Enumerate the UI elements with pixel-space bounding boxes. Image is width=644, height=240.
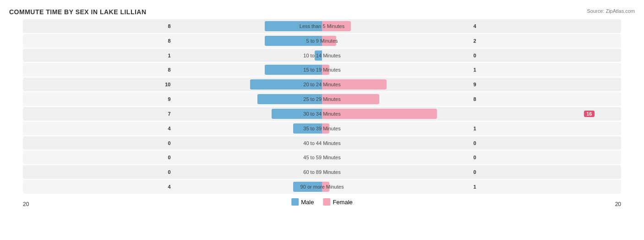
male-bar: [265, 65, 322, 75]
chart-container: COMMUTE TIME BY SEX IN LAKE LILLIAN Sour…: [0, 0, 644, 240]
right-section: 4: [322, 19, 621, 33]
axis-left: 20: [23, 201, 29, 207]
female-bar: [322, 94, 379, 104]
right-section: 2: [322, 34, 621, 48]
female-value: 1: [474, 126, 476, 131]
bar-row: 10 20 to 24 Minutes 9: [23, 78, 621, 91]
female-value: 4: [474, 23, 476, 29]
chart-area: 8 Less than 5 Minutes 4 8 5 to 9 Minutes…: [9, 19, 635, 207]
bar-row: 9 25 to 29 Minutes 8: [23, 92, 621, 106]
bar-row: 0 60 to 89 Minutes 0: [23, 165, 621, 179]
male-bar: [315, 50, 322, 61]
left-section: 10: [23, 78, 322, 91]
left-section: 0: [23, 165, 322, 179]
bar-row: 0 45 to 59 Minutes 0: [23, 151, 621, 164]
female-value: 0: [474, 155, 476, 160]
axis-right: 20: [615, 201, 621, 207]
female-value: 9: [474, 82, 476, 87]
legend-female-label: Female: [333, 199, 352, 206]
female-value: 0: [474, 140, 476, 146]
left-section: 8: [23, 19, 322, 33]
right-section: 0: [322, 136, 621, 150]
right-section: 0: [322, 151, 621, 164]
left-section: 1: [23, 49, 322, 62]
male-bar: [272, 109, 322, 119]
left-section: 8: [23, 63, 322, 77]
male-value: 8: [168, 23, 170, 29]
legend-male-label: Male: [301, 199, 314, 206]
legend-female-box: [323, 198, 330, 206]
male-value: 4: [168, 126, 170, 131]
female-value: 1: [474, 67, 476, 73]
left-section: 0: [23, 136, 322, 150]
female-bar: [322, 109, 437, 119]
left-section: 4: [23, 180, 322, 194]
left-section: 7: [23, 107, 322, 121]
male-value: 9: [168, 96, 170, 102]
legend: Male Female: [291, 198, 353, 206]
male-value: 8: [168, 67, 170, 73]
left-section: 8: [23, 34, 322, 48]
male-value: 0: [168, 155, 170, 160]
rows-container: 8 Less than 5 Minutes 4 8 5 to 9 Minutes…: [23, 19, 621, 194]
right-section: 1: [322, 122, 621, 135]
chart-title: COMMUTE TIME BY SEX IN LAKE LILLIAN: [9, 8, 635, 16]
male-value: 10: [165, 82, 170, 87]
source-text: Source: ZipAtlas.com: [587, 8, 635, 14]
male-value: 7: [168, 111, 170, 117]
bar-row: 0 40 to 44 Minutes 0: [23, 136, 621, 150]
bar-row: 7 30 to 34 Minutes 16: [23, 107, 621, 121]
female-value: 16: [584, 111, 594, 117]
male-bar: [265, 21, 322, 31]
right-section: 0: [322, 165, 621, 179]
left-section: 9: [23, 92, 322, 106]
bar-row: 4 90 or more Minutes 1: [23, 180, 621, 194]
female-value: 1: [474, 184, 476, 190]
right-section: 8: [322, 92, 621, 106]
right-section: 0: [322, 49, 621, 62]
legend-male-box: [291, 198, 299, 206]
bar-row: 4 35 to 39 Minutes 1: [23, 122, 621, 135]
legend-female: Female: [323, 198, 352, 206]
right-section: 1: [322, 180, 621, 194]
female-bar: [322, 65, 329, 75]
male-bar: [293, 182, 322, 192]
male-value: 0: [168, 169, 170, 175]
right-section: 9: [322, 78, 621, 91]
female-value: 0: [474, 53, 476, 58]
male-bar: [293, 123, 322, 134]
male-bar: [257, 94, 322, 104]
female-value: 8: [474, 96, 476, 102]
bar-row: 8 5 to 9 Minutes 2: [23, 34, 621, 48]
male-bar: [250, 79, 322, 89]
bar-row: 1 10 to 14 Minutes 0: [23, 49, 621, 62]
male-value: 8: [168, 38, 170, 44]
bar-row: 8 Less than 5 Minutes 4: [23, 19, 621, 33]
right-section: 1: [322, 63, 621, 77]
female-bar: [322, 123, 329, 134]
male-value: 1: [168, 53, 170, 58]
female-value: 2: [474, 38, 476, 44]
male-value: 0: [168, 140, 170, 146]
female-bar: [322, 36, 336, 46]
male-value: 4: [168, 184, 170, 190]
female-bar: [322, 21, 351, 31]
bar-row: 8 15 to 19 Minutes 1: [23, 63, 621, 77]
female-bar: [322, 79, 387, 89]
legend-male: Male: [291, 198, 314, 206]
left-section: 0: [23, 151, 322, 164]
male-bar: [265, 36, 322, 46]
left-section: 4: [23, 122, 322, 135]
right-section: 16: [322, 107, 621, 121]
female-value: 0: [474, 169, 476, 175]
female-bar: [322, 182, 329, 192]
